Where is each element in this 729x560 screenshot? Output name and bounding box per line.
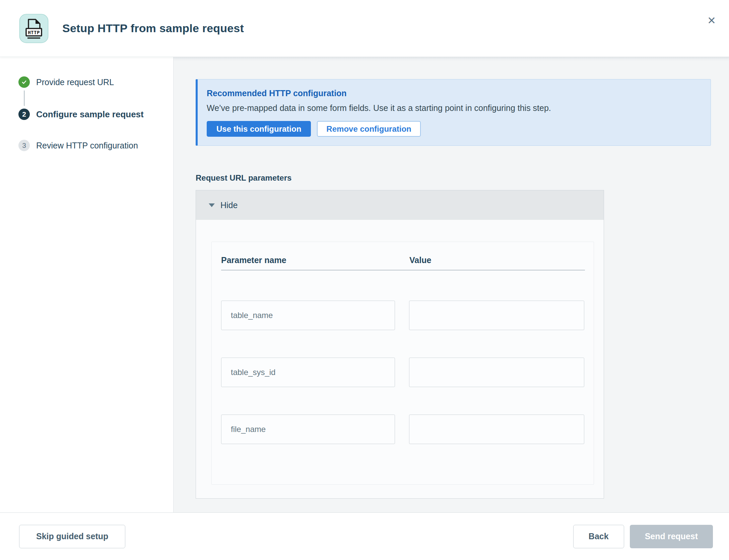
table-row [221, 415, 584, 444]
parameter-name-input[interactable] [221, 301, 395, 330]
parameter-value-input[interactable] [409, 358, 584, 387]
panel-collapse-toggle[interactable]: Hide [196, 190, 604, 220]
column-header-parameter-name: Parameter name [221, 255, 395, 265]
recommended-configuration-banner: Recommended HTTP configuration We’ve pre… [196, 79, 711, 146]
wizard-steps-sidebar: Provide request URL 2 Configure sample r… [0, 57, 174, 512]
step-number-badge: 3 [18, 140, 30, 151]
step-spacer [18, 120, 173, 140]
modal-title: Setup HTTP from sample request [62, 22, 244, 35]
banner-actions: Use this configuration Remove configurat… [207, 121, 701, 137]
request-url-parameters-label: Request URL parameters [196, 173, 711, 183]
table-column-headers: Parameter name Value [221, 255, 584, 265]
panel-body: Parameter name Value [196, 220, 604, 498]
send-request-button[interactable]: Send request [630, 525, 713, 548]
svg-text:HTTP: HTTP [28, 30, 40, 35]
checkmark-icon [21, 79, 27, 85]
step-complete-badge [18, 76, 30, 88]
banner-description: We’ve pre-mapped data in some form field… [207, 103, 701, 113]
url-parameters-panel: Hide Parameter name Value [196, 190, 604, 499]
chevron-down-icon [209, 203, 215, 207]
http-file-icon: HTTP [19, 14, 49, 43]
collapse-toggle-label: Hide [220, 200, 238, 210]
table-row [221, 301, 584, 330]
parameter-value-input[interactable] [409, 301, 584, 330]
step-label: Configure sample request [36, 109, 144, 120]
parameter-name-input[interactable] [221, 415, 395, 444]
back-button[interactable]: Back [573, 525, 624, 548]
header-divider [221, 270, 585, 270]
modal-footer: Skip guided setup Back Send request [0, 512, 729, 560]
step-provide-request-url[interactable]: Provide request URL [18, 76, 173, 88]
step-number-badge: 2 [18, 109, 30, 120]
setup-http-modal: HTTP Setup HTTP from sample request ✕ Pr… [0, 0, 729, 560]
column-header-value: Value [409, 255, 431, 265]
step-connector-line [24, 90, 25, 106]
use-configuration-button[interactable]: Use this configuration [207, 121, 311, 137]
parameters-card: Parameter name Value [211, 242, 594, 485]
parameter-name-input[interactable] [221, 358, 395, 387]
skip-guided-setup-button[interactable]: Skip guided setup [19, 525, 125, 548]
modal-body: Provide request URL 2 Configure sample r… [0, 57, 729, 512]
step-label: Provide request URL [36, 77, 114, 87]
remove-configuration-button[interactable]: Remove configuration [317, 121, 420, 137]
step-configure-sample-request[interactable]: 2 Configure sample request [18, 109, 173, 120]
banner-title: Recommended HTTP configuration [207, 88, 701, 98]
table-row [221, 358, 584, 387]
close-icon[interactable]: ✕ [703, 12, 720, 29]
parameter-value-input[interactable] [409, 415, 584, 444]
step-label: Review HTTP configuration [36, 141, 138, 150]
step-review-http-configuration[interactable]: 3 Review HTTP configuration [18, 140, 173, 151]
modal-header: HTTP Setup HTTP from sample request ✕ [0, 0, 729, 57]
main-content: Recommended HTTP configuration We’ve pre… [174, 57, 729, 512]
